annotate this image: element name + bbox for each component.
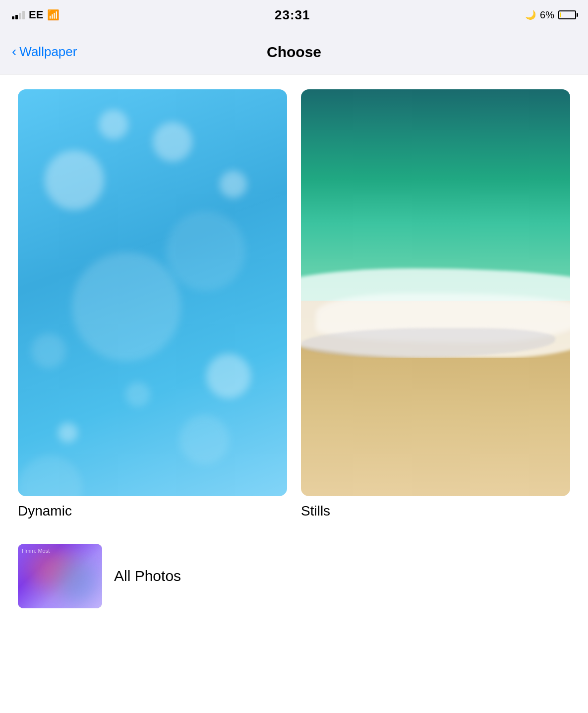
- stills-label: Stills: [301, 503, 570, 519]
- stills-wallpaper-item[interactable]: Stills: [301, 89, 570, 519]
- carrier-label: EE: [29, 8, 43, 21]
- bokeh-12: [18, 455, 82, 496]
- all-photos-inner: Hmm: Most: [18, 544, 102, 608]
- bokeh-3: [99, 110, 128, 139]
- page-title: Choose: [267, 44, 321, 61]
- wallpaper-grid: Dynamic Stills: [18, 89, 570, 519]
- bokeh-2: [153, 122, 192, 162]
- bokeh-11: [220, 171, 247, 198]
- battery-icon: [558, 10, 576, 19]
- all-photos-overlay-text: Hmm: Most: [22, 548, 98, 554]
- main-content: Dynamic Stills: [0, 74, 588, 628]
- back-button[interactable]: ‹ Wallpaper: [12, 44, 77, 60]
- wave-container: [301, 249, 570, 358]
- dynamic-wallpaper-item[interactable]: Dynamic: [18, 89, 287, 519]
- bokeh-10: [58, 423, 78, 443]
- bokeh-4: [72, 252, 181, 361]
- all-photos-section[interactable]: Hmm: Most All Photos: [18, 539, 570, 613]
- signal-bar-2: [15, 15, 18, 19]
- back-chevron-icon: ‹: [12, 45, 16, 59]
- back-label: Wallpaper: [19, 44, 77, 60]
- bokeh-6: [31, 333, 66, 368]
- bokeh-7: [206, 354, 251, 398]
- status-bar: EE 📶 23:31 🌙 6%: [0, 0, 588, 30]
- dynamic-label: Dynamic: [18, 503, 287, 519]
- status-left: EE 📶: [12, 8, 59, 21]
- signal-bar-4: [22, 11, 25, 19]
- signal-bar-1: [12, 16, 14, 19]
- status-time: 23:31: [275, 7, 310, 23]
- bokeh-9: [179, 415, 229, 464]
- nebula-shape-2: [58, 559, 97, 603]
- battery-percent: 6%: [540, 9, 554, 21]
- moon-icon: 🌙: [525, 9, 536, 20]
- bokeh-5: [166, 211, 245, 291]
- status-right: 🌙 6%: [525, 9, 576, 21]
- signal-bar-3: [19, 13, 21, 19]
- bokeh-1: [45, 150, 104, 210]
- signal-bars: [12, 11, 25, 19]
- stills-thumbnail: [301, 89, 570, 496]
- battery-fill: [560, 12, 561, 17]
- stills-bg: [301, 89, 570, 496]
- all-photos-thumbnail: Hmm: Most: [18, 544, 102, 608]
- wifi-icon: 📶: [47, 9, 59, 21]
- nav-header: ‹ Wallpaper Choose: [0, 30, 588, 74]
- dynamic-thumbnail: [18, 89, 287, 496]
- dynamic-bg: [18, 89, 287, 496]
- bokeh-8: [125, 382, 150, 407]
- all-photos-label: All Photos: [114, 568, 181, 584]
